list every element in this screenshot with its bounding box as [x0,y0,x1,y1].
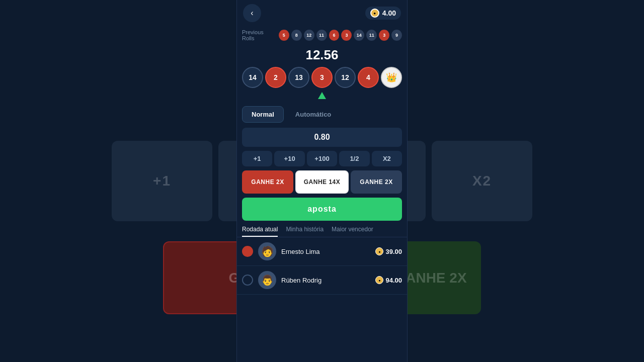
avatar-ruben: 👨 [258,271,276,289]
quick-bet-x2[interactable]: X2 [372,151,402,166]
player-chip-icon: ● [375,247,383,255]
tab-minha-historia[interactable]: Minha história [286,226,324,237]
tab-maior-vencedor[interactable]: Maior vencedor [332,226,373,237]
main-panel: ‹ ● 4.00 Previous Rolls 5 8 12 11 6 3 14… [236,0,408,362]
roll-badge: 6 [329,30,340,41]
roll-badge: 14 [354,30,364,41]
dice-4: 4 [358,67,379,88]
tab-automatico[interactable]: Automático [286,106,341,123]
roll-badge: 3 [341,30,352,41]
player-name-ernesto: Ernesto Lima [281,248,370,255]
arrow-row [237,90,407,103]
dice-3: 3 [311,67,333,88]
bg-btn-x2: X2 [432,141,532,221]
bet-type-2x-dark[interactable]: GANHE 2X [351,170,402,194]
roll-badge: 12 [304,30,314,41]
bet-input-area [237,126,407,149]
main-bet-button[interactable]: aposta [242,198,402,221]
dice-14: 14 [242,67,263,88]
chip-icon: ● [370,9,379,18]
roll-badge: 9 [391,30,402,41]
history-tabs: Rodada atual Minha história Maior venced… [237,223,407,237]
quick-bet-plus10[interactable]: +10 [274,151,304,166]
arrow-up-icon [318,92,326,99]
player-row-ruben: 👨 Rúben Rodrig ● 94.00 [237,266,407,295]
previous-rolls: Previous Rolls 5 8 12 11 6 3 14 11 3 9 [237,26,407,44]
player-name-ruben: Rúben Rodrig [281,277,370,284]
tab-normal[interactable]: Normal [242,106,284,123]
quick-bets: +1 +10 +100 1/2 X2 [237,149,407,168]
indicator-icon [245,249,250,254]
player-row-ernesto: 🧑 Ernesto Lima ● 39.00 [237,237,407,266]
quick-bet-plus100[interactable]: +100 [307,151,337,166]
player-indicator-ernesto [242,246,253,257]
bet-input[interactable] [242,128,402,147]
player-chip-icon-2: ● [375,276,383,284]
player-balance-ernesto: ● 39.00 [375,247,402,255]
roll-badge: 5 [279,30,289,41]
player-amount-ruben: 94.00 [385,277,402,284]
player-balance-ruben: ● 94.00 [375,276,402,284]
roll-badge: 11 [366,30,377,41]
roll-badge: 3 [379,30,389,41]
dice-13: 13 [288,67,309,88]
roll-badge: 8 [291,30,302,41]
player-indicator-ruben [242,275,253,286]
dice-crown: 👑 [381,67,402,88]
bg-btn-plus1: +1 [112,141,212,221]
dice-row: 14 2 13 3 12 4 👑 [237,65,407,90]
balance-text: 4.00 [382,9,396,17]
header: ‹ ● 4.00 [237,0,407,26]
dice-12: 12 [335,67,356,88]
roll-badge: 11 [316,30,327,41]
multiplier-display: 12.56 [237,44,407,65]
bet-type-2x-red[interactable]: GANHE 2X [242,170,293,194]
tab-rodada-atual[interactable]: Rodada atual [242,226,278,237]
prev-rolls-label: Previous Rolls [242,29,276,41]
bet-type-buttons: GANHE 2X GANHE 14X GANHE 2X [237,168,407,196]
back-button[interactable]: ‹ [243,4,261,22]
mode-tabs: Normal Automático [237,103,407,126]
bet-type-14x[interactable]: GANHE 14X [295,170,349,194]
quick-bet-half[interactable]: 1/2 [339,151,369,166]
balance-area: ● 4.00 [365,7,401,20]
dice-2: 2 [265,67,286,88]
player-amount-ernesto: 39.00 [385,248,402,255]
avatar-ernesto: 🧑 [258,242,276,260]
quick-bet-plus1[interactable]: +1 [242,151,272,166]
